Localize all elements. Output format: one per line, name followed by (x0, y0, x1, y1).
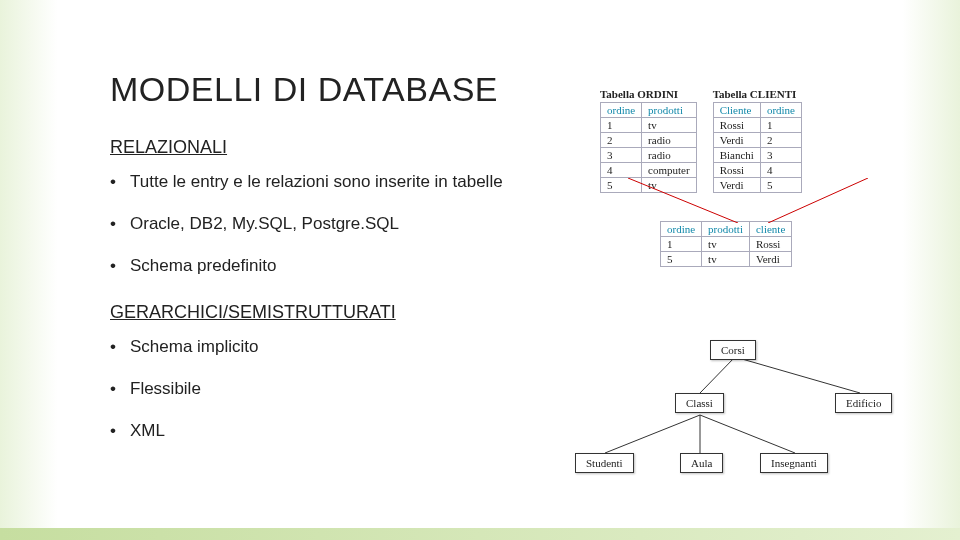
table-title-clienti: Tabella CLIENTI (713, 88, 802, 100)
table-row: Rossi4 (713, 163, 801, 178)
table-row: 3radio (601, 148, 697, 163)
col-header: prodotti (702, 222, 750, 237)
table-title-ordini: Tabella ORDINI (600, 88, 697, 100)
footer-accent-bar (0, 528, 960, 540)
col-header: prodotti (642, 103, 697, 118)
col-header: Cliente (713, 103, 760, 118)
table-row: Bianchi3 (713, 148, 801, 163)
table-row: 4computer (601, 163, 697, 178)
node-leaf: Studenti (575, 453, 634, 473)
figure-relational-tables: Tabella ORDINI ordineprodotti 1tv 2radio… (600, 88, 900, 267)
table-ordini: ordineprodotti 1tv 2radio 3radio 4comput… (600, 102, 697, 193)
col-header: cliente (749, 222, 791, 237)
svg-line-6 (700, 415, 795, 453)
col-header: ordine (661, 222, 702, 237)
table-row: Rossi1 (713, 118, 801, 133)
table-join: ordineprodotticliente 1tvRossi 5tvVerdi (660, 221, 792, 267)
svg-line-2 (700, 357, 735, 393)
node-leaf: Aula (680, 453, 723, 473)
node-mid: Edificio (835, 393, 892, 413)
table-row: 5tvVerdi (661, 252, 792, 267)
table-row: 1tv (601, 118, 697, 133)
table-clienti: Clienteordine Rossi1 Verdi2 Bianchi3 Ros… (713, 102, 802, 193)
table-row: 1tvRossi (661, 237, 792, 252)
table-row: 2radio (601, 133, 697, 148)
node-root: Corsi (710, 340, 756, 360)
col-header: ordine (601, 103, 642, 118)
node-mid: Classi (675, 393, 724, 413)
table-row: Verdi2 (713, 133, 801, 148)
table-row: Verdi5 (713, 178, 801, 193)
section-gerarchici-label: GERARCHICI/SEMISTRUTTURATI (110, 302, 930, 323)
col-header: ordine (760, 103, 801, 118)
svg-line-4 (605, 415, 700, 453)
table-row: 5tv (601, 178, 697, 193)
svg-line-3 (735, 357, 860, 393)
figure-hierarchy: Corsi Classi Edificio Studenti Aula Inse… (560, 335, 910, 495)
node-leaf: Insegnanti (760, 453, 828, 473)
